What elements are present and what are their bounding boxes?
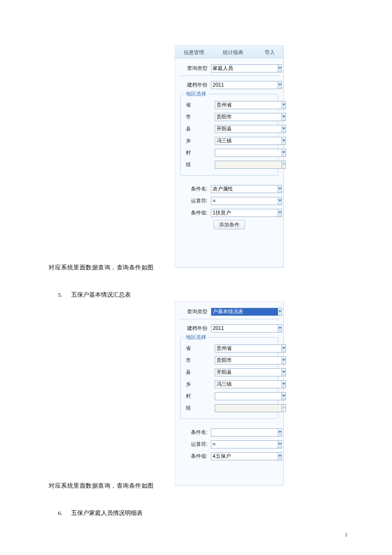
chevron-down-icon[interactable]: [282, 356, 286, 364]
document-page: 信息管理 统计报表 导入 查询类型 建档年份 地区选择 省: [0, 0, 392, 555]
combo-cond-op[interactable]: [211, 440, 275, 448]
combo-cond-val[interactable]: [211, 209, 275, 217]
label-town: 乡: [181, 381, 215, 388]
combo-cond-op-input[interactable]: [211, 197, 278, 205]
combo-group: [215, 404, 279, 412]
combo-cond-op[interactable]: [211, 197, 275, 205]
combo-city[interactable]: [215, 113, 279, 121]
combo-province-input[interactable]: [215, 101, 282, 109]
tab-stat-report[interactable]: 统计报表: [218, 47, 248, 58]
combo-city[interactable]: [215, 356, 279, 364]
label-cond-op: 运算符:: [179, 197, 211, 205]
chevron-down-icon[interactable]: [282, 137, 286, 145]
combo-county[interactable]: [215, 368, 279, 376]
list-num-6: 6.: [58, 510, 70, 517]
combo-cond-val[interactable]: [211, 452, 275, 460]
list-text-5: 五保户基本情况汇总表: [71, 292, 131, 298]
combo-village[interactable]: [215, 149, 279, 157]
chevron-down-icon[interactable]: [278, 81, 282, 89]
chevron-down-icon[interactable]: [278, 64, 282, 72]
chevron-down-icon: [282, 404, 286, 412]
combo-village[interactable]: [215, 392, 279, 400]
combo-cond-name[interactable]: [211, 185, 275, 193]
chevron-down-icon[interactable]: [282, 392, 286, 400]
chevron-down-icon[interactable]: [278, 324, 282, 332]
combo-county[interactable]: [215, 125, 279, 133]
chevron-down-icon[interactable]: [278, 308, 282, 316]
combo-cond-val-input[interactable]: [211, 452, 278, 460]
combo-group: [215, 161, 279, 169]
chevron-down-icon[interactable]: [278, 440, 282, 448]
tab-import[interactable]: 导入: [259, 47, 280, 58]
chevron-down-icon[interactable]: [278, 452, 282, 460]
combo-year-input[interactable]: [211, 81, 278, 89]
combo-cond-val-input[interactable]: [211, 209, 278, 217]
chevron-down-icon[interactable]: [282, 380, 286, 388]
region-fieldset: 地区选择 省 市 县 乡 村 组: [180, 337, 278, 419]
combo-town[interactable]: [215, 380, 279, 388]
combo-cond-op-input[interactable]: [211, 440, 278, 448]
chevron-down-icon[interactable]: [278, 209, 282, 217]
label-village: 村: [181, 393, 215, 400]
chevron-down-icon[interactable]: [278, 185, 282, 193]
label-year: 建档年份: [179, 325, 211, 332]
tab-bar: 信息管理 统计报表 导入: [175, 46, 283, 58]
combo-province-input[interactable]: [215, 344, 282, 353]
combo-year[interactable]: [211, 324, 275, 332]
combo-cond-name[interactable]: [211, 428, 275, 436]
label-query-type: 查询类型: [179, 308, 211, 315]
combo-query-type-input[interactable]: [211, 64, 278, 72]
label-year: 建档年份: [179, 81, 211, 89]
region-fieldset: 地区选择 省 市 县 乡 村 组: [180, 94, 278, 176]
combo-query-type[interactable]: [211, 64, 275, 72]
caption-1: 对应系统里面数据查询，查询条件如图: [49, 264, 154, 272]
chevron-down-icon[interactable]: [282, 344, 286, 353]
label-group: 组: [181, 161, 215, 168]
chevron-down-icon[interactable]: [282, 368, 286, 376]
combo-cond-name-input[interactable]: [211, 185, 278, 193]
combo-group-input: [215, 404, 282, 412]
label-group: 组: [181, 405, 215, 412]
combo-county-input[interactable]: [215, 125, 282, 133]
label-county: 县: [181, 369, 215, 376]
combo-town-input[interactable]: [215, 380, 282, 388]
label-city: 市: [181, 113, 215, 121]
combo-village-input[interactable]: [215, 149, 282, 157]
combo-province[interactable]: [215, 344, 279, 353]
combo-county-input[interactable]: [215, 368, 282, 376]
combo-query-type[interactable]: [211, 308, 275, 316]
chevron-down-icon[interactable]: [282, 149, 286, 157]
chevron-down-icon[interactable]: [278, 428, 282, 436]
combo-year[interactable]: [211, 81, 275, 89]
region-legend: 地区选择: [184, 334, 208, 341]
list-num-5: 5.: [58, 292, 70, 298]
query-panel-2: 查询类型 建档年份 地区选择 省 市 县: [175, 301, 284, 486]
chevron-down-icon[interactable]: [278, 197, 282, 205]
list-item-6: 6. 五保户家庭人员情况明细表: [58, 509, 143, 517]
combo-city-input[interactable]: [215, 113, 282, 121]
chevron-down-icon[interactable]: [282, 101, 286, 109]
label-cond-op: 运算符:: [179, 441, 211, 448]
chevron-down-icon: [282, 161, 286, 169]
label-village: 村: [181, 149, 215, 156]
add-condition-button[interactable]: 添加条件: [213, 220, 245, 229]
combo-cond-name-input[interactable]: [211, 428, 278, 436]
combo-town-input[interactable]: [215, 137, 282, 145]
label-cond-name: 条件名:: [179, 429, 211, 436]
combo-town[interactable]: [215, 137, 279, 145]
list-text-6: 五保户家庭人员情况明细表: [71, 510, 143, 516]
caption-2: 对应系统里面数据查询，查询条件如图: [49, 482, 154, 490]
list-item-5: 5. 五保户基本情况汇总表: [58, 291, 131, 299]
combo-village-input[interactable]: [215, 392, 282, 400]
tab-info-manage[interactable]: 信息管理: [179, 47, 209, 58]
label-cond-name: 条件名:: [179, 185, 211, 193]
chevron-down-icon[interactable]: [282, 113, 286, 121]
query-panel-1: 信息管理 统计报表 导入 查询类型 建档年份 地区选择 省: [175, 45, 284, 268]
chevron-down-icon[interactable]: [282, 125, 286, 133]
label-county: 县: [181, 125, 215, 133]
combo-province[interactable]: [215, 101, 279, 109]
combo-year-input[interactable]: [211, 324, 278, 332]
combo-group-input: [215, 161, 282, 169]
combo-city-input[interactable]: [215, 356, 282, 364]
combo-query-type-input[interactable]: [211, 308, 278, 316]
